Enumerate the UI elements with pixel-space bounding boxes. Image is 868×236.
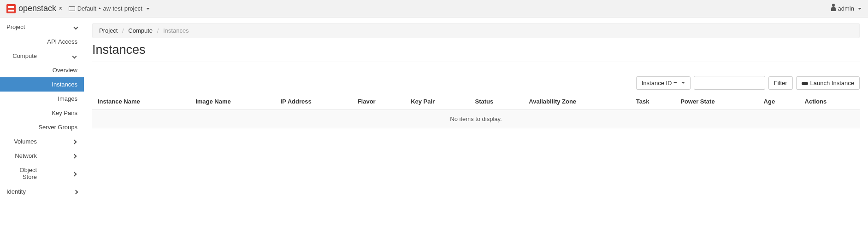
nav-object-store[interactable]: Object Store (0, 163, 84, 184)
openstack-logo-icon (6, 4, 16, 13)
filter-button[interactable]: Filter (768, 76, 793, 90)
nav-identity[interactable]: Identity (0, 184, 84, 199)
domain-icon (69, 6, 75, 11)
col-actions[interactable]: Actions (799, 93, 860, 110)
nav-compute[interactable]: Compute (0, 49, 84, 63)
col-instance-name[interactable]: Instance Name (92, 93, 190, 110)
chevron-right-icon (72, 172, 77, 176)
sidebar: Project API Access Compute Overview Inst… (0, 17, 84, 199)
chevron-down-icon (72, 54, 77, 59)
col-status[interactable]: Status (469, 93, 523, 110)
nav-network[interactable]: Network (0, 149, 84, 163)
launch-instance-button[interactable]: Launch Instance (796, 76, 860, 90)
empty-message: No items to display. (92, 110, 860, 128)
filter-field-dropdown[interactable]: Instance ID = (636, 76, 691, 90)
domain-label: Default (77, 5, 96, 12)
caret-down-icon (858, 8, 862, 10)
chevron-right-icon (72, 140, 77, 144)
col-task[interactable]: Task (631, 93, 675, 110)
nav-images[interactable]: Images (0, 92, 84, 106)
user-label: admin (838, 5, 854, 12)
brand-text: openstack (18, 4, 56, 13)
nav-project[interactable]: Project (0, 19, 84, 35)
col-image-name[interactable]: Image Name (190, 93, 275, 110)
caret-down-icon (681, 82, 685, 84)
brand-logo[interactable]: openstack® (6, 4, 62, 13)
col-key-pair[interactable]: Key Pair (405, 93, 469, 110)
page-title: Instances (92, 43, 860, 62)
breadcrumb-current: Instances (163, 27, 189, 34)
user-menu[interactable]: admin (831, 5, 862, 12)
nav-key-pairs[interactable]: Key Pairs (0, 106, 84, 120)
nav-server-groups[interactable]: Server Groups (0, 120, 84, 134)
project-selector[interactable]: Default • aw-test-project (69, 5, 150, 12)
table-header-row: Instance Name Image Name IP Address Flav… (92, 93, 860, 110)
chevron-right-icon (74, 190, 78, 195)
nav-overview[interactable]: Overview (0, 63, 84, 77)
col-flavor[interactable]: Flavor (352, 93, 405, 110)
breadcrumb-compute[interactable]: Compute (128, 27, 153, 34)
col-availability-zone[interactable]: Availability Zone (523, 93, 630, 110)
col-power-state[interactable]: Power State (675, 93, 758, 110)
col-age[interactable]: Age (758, 93, 799, 110)
nav-api-access[interactable]: API Access (0, 35, 84, 49)
instances-table: Instance Name Image Name IP Address Flav… (92, 93, 860, 128)
chevron-down-icon (74, 25, 78, 30)
col-ip-address[interactable]: IP Address (275, 93, 352, 110)
filter-input[interactable] (694, 76, 765, 90)
main-content: Project / Compute / Instances Instances … (84, 17, 868, 199)
cloud-upload-icon (802, 81, 808, 85)
table-empty-row: No items to display. (92, 110, 860, 128)
caret-down-icon (146, 8, 150, 10)
chevron-right-icon (72, 154, 77, 159)
nav-volumes[interactable]: Volumes (0, 134, 84, 149)
table-toolbar: Instance ID = Filter Launch Instance (92, 76, 860, 90)
user-icon (831, 6, 836, 11)
topbar: openstack® Default • aw-test-project adm… (0, 0, 868, 17)
topbar-left: openstack® Default • aw-test-project (6, 4, 150, 13)
breadcrumb-project[interactable]: Project (99, 27, 118, 34)
project-label: aw-test-project (103, 5, 142, 12)
breadcrumb: Project / Compute / Instances (92, 23, 860, 38)
nav-instances[interactable]: Instances (0, 77, 84, 92)
